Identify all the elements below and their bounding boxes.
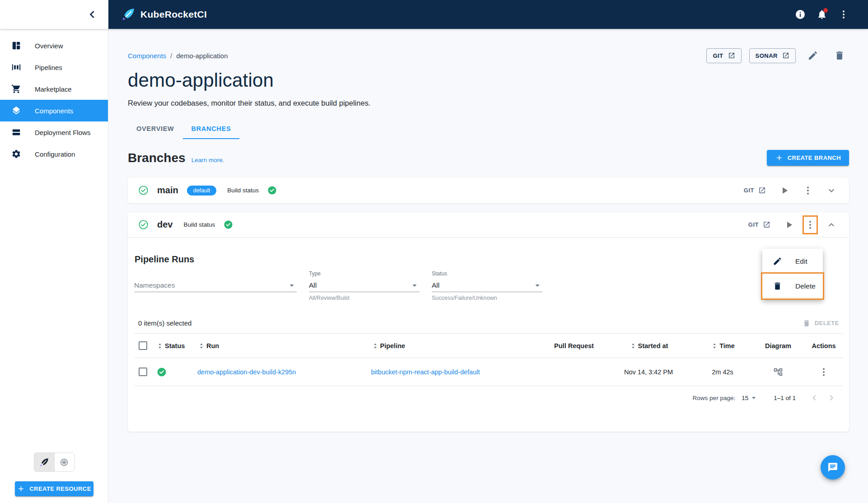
- menu-item-edit[interactable]: Edit: [762, 249, 823, 274]
- branch-card-main: main default Build status GIT: [128, 177, 849, 203]
- branch-actions-menu-button-highlighted[interactable]: [804, 217, 817, 233]
- row-checkbox[interactable]: [139, 368, 147, 376]
- pagination: Rows per page: 15 1–1 of 1: [134, 386, 843, 410]
- run-actions-menu-button[interactable]: [815, 363, 832, 381]
- selection-count: 0 item(s) selected: [138, 319, 191, 327]
- run-link[interactable]: demo-application-dev-build-k295n: [197, 368, 296, 376]
- branch-git-link[interactable]: GIT: [748, 221, 770, 228]
- chat-fab-button[interactable]: [821, 455, 845, 480]
- git-button[interactable]: GIT: [706, 48, 741, 63]
- sidebar-header: [0, 0, 108, 29]
- expand-branch-button[interactable]: [823, 182, 840, 199]
- chat-icon: [827, 462, 838, 473]
- delete-component-button[interactable]: [830, 46, 849, 65]
- sonar-button[interactable]: SONAR: [749, 48, 796, 63]
- column-status[interactable]: Status: [156, 342, 197, 350]
- column-pipeline[interactable]: Pipeline: [371, 342, 545, 350]
- topbar-actions: [791, 5, 853, 23]
- page-head-row: Components / demo-application GIT SONAR: [128, 48, 849, 63]
- status-filter-label: Status: [432, 270, 542, 279]
- status-filter: Status All Success/Failure/Unknown: [432, 270, 542, 301]
- sidebar-item-components[interactable]: Components: [0, 100, 108, 121]
- brand: KubeRocketCI: [121, 7, 207, 22]
- trash-icon: [773, 281, 782, 291]
- external-link-icon: [763, 221, 770, 228]
- branch-status-ok-icon: [138, 185, 149, 196]
- pipeline-link[interactable]: bitbucket-npm-react-app-build-default: [371, 368, 480, 376]
- page-subtitle: Review your codebases, monitor their sta…: [128, 99, 849, 107]
- pipeline-runs-filters: Namespaces Type All All/Review/Build: [134, 270, 843, 301]
- status-select[interactable]: All: [432, 279, 542, 292]
- type-select[interactable]: All: [309, 279, 420, 292]
- chevron-up-icon: [826, 219, 837, 230]
- chevron-down-icon: [826, 185, 837, 196]
- sidebar-nav: Overview Pipelines Marketplace Component…: [0, 29, 108, 165]
- column-run[interactable]: Run: [197, 342, 371, 350]
- create-branch-button[interactable]: CREATE BRANCH: [767, 150, 849, 166]
- column-label: Run: [206, 342, 219, 349]
- type-filter-value: All: [309, 281, 317, 289]
- build-success-icon: [224, 220, 233, 229]
- sort-icon: [197, 342, 205, 350]
- rows-per-page-value: 15: [742, 395, 748, 401]
- sonar-button-label: SONAR: [756, 52, 778, 59]
- branch-git-label: GIT: [748, 221, 759, 228]
- delete-selected-button[interactable]: DELETE: [803, 319, 839, 327]
- git-button-label: GIT: [713, 52, 723, 59]
- column-label: Status: [165, 342, 185, 349]
- sidebar-item-configuration[interactable]: Configuration: [0, 143, 108, 165]
- column-time[interactable]: Time: [694, 342, 751, 350]
- sidebar-item-pipelines[interactable]: Pipelines: [0, 56, 108, 78]
- select-all-checkbox[interactable]: [139, 341, 147, 350]
- sidebar-item-label: Pipelines: [35, 64, 62, 71]
- page-actions: GIT SONAR: [706, 46, 849, 65]
- view-toggle-group: [34, 452, 75, 472]
- build-branch-button[interactable]: [776, 182, 793, 199]
- info-button[interactable]: [791, 5, 809, 23]
- run-success-icon: [157, 367, 167, 377]
- menu-item-delete[interactable]: Delete: [762, 274, 823, 298]
- learn-more-link[interactable]: Learn more.: [191, 157, 224, 163]
- status-filter-value: All: [432, 281, 439, 289]
- sort-icon: [371, 342, 379, 350]
- kubernetes-view-toggle[interactable]: [54, 453, 74, 471]
- diagram-button[interactable]: [770, 363, 787, 381]
- pagination-range: 1–1 of 1: [774, 395, 796, 401]
- started-at-cell: Nov 14, 3:42 PM: [603, 368, 694, 376]
- topbar-main: KubeRocketCI: [108, 0, 868, 29]
- sidebar-item-label: Deployment Flows: [35, 129, 90, 136]
- topbar-menu-button[interactable]: [835, 5, 853, 23]
- tab-overview[interactable]: OVERVIEW: [128, 119, 183, 139]
- next-page-button[interactable]: [823, 389, 840, 406]
- edit-component-button[interactable]: [803, 46, 822, 65]
- breadcrumb: Components / demo-application: [128, 52, 228, 60]
- external-link-icon: [728, 52, 735, 59]
- rocket-icon: [39, 457, 49, 467]
- caret-down-icon: [749, 393, 758, 402]
- create-resource-button[interactable]: CREATE RESOURCE: [15, 481, 93, 496]
- tab-branches[interactable]: BRANCHES: [183, 119, 240, 139]
- type-filter-helper: All/Review/Build: [309, 295, 420, 301]
- column-pull-request: Pull Request: [545, 342, 603, 349]
- sidebar: Overview Pipelines Marketplace Component…: [0, 29, 108, 503]
- sidebar-collapse-button[interactable]: [85, 7, 99, 22]
- previous-page-button[interactable]: [806, 389, 823, 406]
- column-actions: Actions: [805, 342, 843, 349]
- build-branch-button[interactable]: [780, 216, 798, 233]
- plus-icon: [775, 154, 784, 162]
- sidebar-item-marketplace[interactable]: Marketplace: [0, 78, 108, 100]
- cart-icon: [11, 84, 21, 94]
- column-label: Diagram: [765, 342, 791, 349]
- branch-git-link[interactable]: GIT: [744, 186, 766, 194]
- breadcrumb-components-link[interactable]: Components: [128, 52, 166, 60]
- rows-per-page-select[interactable]: 15: [742, 393, 758, 402]
- play-icon: [779, 185, 790, 196]
- column-started-at[interactable]: Started at: [603, 342, 694, 350]
- trash-icon: [803, 319, 811, 327]
- namespaces-select[interactable]: Namespaces: [134, 279, 297, 292]
- branch-actions-menu-button[interactable]: [799, 182, 817, 199]
- rocket-view-toggle[interactable]: [34, 453, 54, 471]
- sidebar-item-deployment-flows[interactable]: Deployment Flows: [0, 121, 108, 143]
- notifications-button[interactable]: [813, 5, 831, 23]
- collapse-branch-button[interactable]: [823, 216, 840, 233]
